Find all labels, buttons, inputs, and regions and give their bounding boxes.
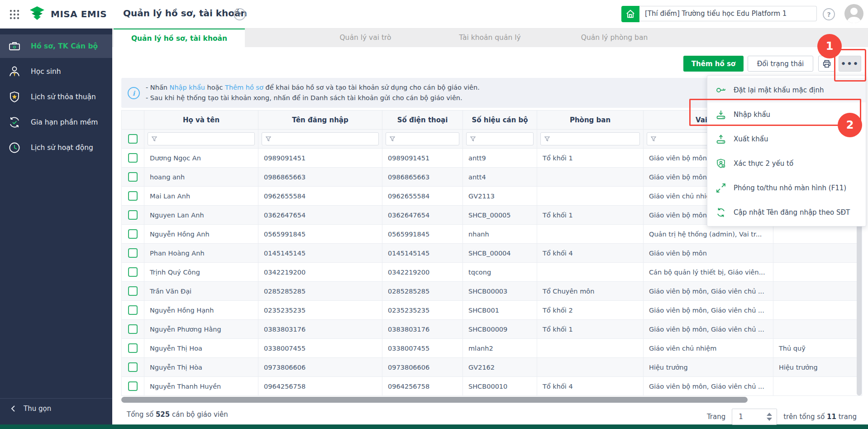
menu-item-phong-to-thu-nho[interactable]: Phóng to/thu nhỏ màn hình (F11) <box>707 176 866 200</box>
export-icon <box>715 134 726 145</box>
table-cell: SHCB_00005 <box>463 206 537 225</box>
menu-item-cap-nhat-ten-dang-nhap[interactable]: Cập nhật Tên đăng nhập theo SĐT <box>707 200 866 225</box>
row-checkbox[interactable] <box>128 362 138 372</box>
tab-quan-ly-ho-so[interactable]: Quản lý hồ sơ, tài khoản <box>114 28 245 47</box>
table-cell: Giáo viên bộ môn, Giáo viên chủ ... <box>644 377 773 396</box>
table-cell: 0962655584 <box>258 187 382 206</box>
column-header[interactable]: Số hiệu cán bộ <box>463 111 537 130</box>
row-checkbox[interactable] <box>128 343 138 353</box>
table-cell: SHCB00003 <box>463 282 537 301</box>
row-checkbox[interactable] <box>128 210 138 220</box>
column-header[interactable]: Số điện thoại <box>382 111 463 130</box>
row-checkbox[interactable] <box>128 191 138 201</box>
table-cell: nhanh <box>463 225 537 244</box>
column-filter-input[interactable] <box>262 132 379 145</box>
column-filter-input[interactable] <box>540 132 640 145</box>
table-cell: 0973806606 <box>382 358 463 377</box>
column-header[interactable]: Họ và tên <box>144 111 258 130</box>
row-checkbox[interactable] <box>128 153 138 163</box>
help-icon[interactable]: ? <box>823 8 835 20</box>
tab-quan-ly-phong-ban[interactable]: Quản lý phòng ban <box>557 28 672 47</box>
table-row[interactable]: Nguyễn Thanh Huyền09642567580964256758SH… <box>122 377 862 396</box>
table-row[interactable]: Phan Hoàng Anh01451451450145145145SHCB_0… <box>122 244 862 263</box>
table-cell: 0964256758 <box>258 377 382 396</box>
avatar[interactable] <box>844 4 863 23</box>
banner-link-them-ho-so[interactable]: Thêm hồ sơ <box>225 84 263 91</box>
column-filter-input[interactable] <box>466 132 534 145</box>
table-row[interactable]: Nguyễn Thị Hoa03380074550338007455mlanh2… <box>122 339 862 358</box>
page-stepper[interactable] <box>767 413 772 421</box>
table-cell: 0342219200 <box>258 263 382 282</box>
table-cell: 0145145145 <box>258 244 382 263</box>
column-filter-input[interactable] <box>148 132 255 145</box>
sidebar-item-lich-su-hoat-dong[interactable]: Lịch sử hoạt động <box>0 136 112 159</box>
sidebar: Hồ sơ, TK Cán bộ Học sinh Lịch sử thỏa t… <box>0 28 112 424</box>
sidebar-item-lich-su-thoa-thuan[interactable]: Lịch sử thỏa thuận <box>0 85 112 109</box>
page-number-input[interactable]: 1 <box>732 409 777 425</box>
sidebar-item-hoc-sinh[interactable]: Học sinh <box>0 60 112 83</box>
row-checkbox[interactable] <box>128 248 138 258</box>
column-header[interactable]: Tên đăng nhập <box>258 111 382 130</box>
table-row[interactable]: Nguyễn Thị Hòa09738066060973806606GV2162… <box>122 358 862 377</box>
title-help-icon[interactable]: ? <box>234 8 246 20</box>
table-cell: 0383803176 <box>258 320 382 339</box>
column-filter-input[interactable] <box>386 132 459 145</box>
select-all-checkbox[interactable] <box>128 134 138 144</box>
table-cell: Quản trị hệ thống (admin), Vai tr... <box>644 225 773 244</box>
more-actions-button[interactable]: ••• <box>839 56 861 72</box>
briefcase-icon <box>8 40 21 53</box>
sidebar-collapse-button[interactable]: Thu gọn <box>0 398 112 418</box>
info-icon: i <box>128 87 140 99</box>
menu-item-label: Xác thực 2 yếu tố <box>734 159 793 168</box>
table-row[interactable]: Nguyễn Phương Hằng03838031760383803176SH… <box>122 320 862 339</box>
misa-logo-icon <box>28 5 46 23</box>
page-total-value: 11 <box>827 413 836 421</box>
menu-item-dat-lai-mat-khau[interactable]: Đặt lại mật khẩu mặc định <box>707 78 866 102</box>
table-cell: Nguyễn Hồng Hạnh <box>144 301 258 320</box>
column-header[interactable]: Phòng ban <box>537 111 644 130</box>
row-checkbox[interactable] <box>128 229 138 239</box>
home-button[interactable] <box>621 6 639 22</box>
table-cell: 0986865663 <box>382 168 463 187</box>
menu-item-xac-thuc-2-yeu-to[interactable]: Xác thực 2 yếu tố <box>707 151 866 176</box>
school-selector[interactable]: [Thí điểm] Trường tiểu học Edu Platform … <box>639 6 817 21</box>
table-row[interactable]: Trần Văn Đại02852852850285285285SHCB0000… <box>122 282 862 301</box>
table-cell <box>537 339 644 358</box>
table-cell: Giáo viên chủ nhiệm <box>644 339 773 358</box>
change-status-button[interactable]: Đổi trạng thái <box>748 56 813 72</box>
sidebar-item-label: Gia hạn phần mềm <box>31 118 98 126</box>
spinner-down-icon[interactable] <box>767 418 772 421</box>
sidebar-item-ho-so-tk-can-bo[interactable]: Hồ sơ, TK Cán bộ <box>0 34 112 58</box>
table-cell <box>773 320 862 339</box>
row-checkbox[interactable] <box>128 305 138 315</box>
table-cell: Nguyen Lan Anh <box>144 206 258 225</box>
table-row[interactable]: Nguyễn Hồng Hạnh02352352350235235235SHCB… <box>122 301 862 320</box>
table-cell: 0565991845 <box>258 225 382 244</box>
row-checkbox[interactable] <box>128 381 138 391</box>
total-count-value: 525 <box>156 410 170 419</box>
table-cell: Nguyễn Phương Hằng <box>144 320 258 339</box>
app-grid-icon[interactable] <box>9 9 20 20</box>
table-cell: SHCB001 <box>463 301 537 320</box>
sidebar-item-gia-han-phan-mem[interactable]: Gia hạn phần mềm <box>0 111 112 134</box>
tab-quan-ly-vai-tro[interactable]: Quản lý vai trò <box>308 28 423 47</box>
tab-tai-khoan-quan-ly[interactable]: Tài khoản quản lý <box>432 28 548 47</box>
row-checkbox[interactable] <box>128 172 138 182</box>
horizontal-scrollbar[interactable] <box>121 397 748 403</box>
filter-funnel-icon <box>544 136 550 142</box>
add-record-button[interactable]: Thêm hồ sơ <box>683 56 744 72</box>
logo-text: MISA EMIS <box>51 9 107 19</box>
spinner-up-icon[interactable] <box>767 413 772 416</box>
table-cell: 0342219200 <box>382 263 463 282</box>
banner-link-nhap-khau[interactable]: Nhập khẩu <box>170 84 205 91</box>
row-checkbox[interactable] <box>128 267 138 277</box>
student-icon <box>8 65 21 78</box>
filter-funnel-icon <box>152 136 157 142</box>
row-checkbox[interactable] <box>128 286 138 296</box>
sidebar-item-label: Hồ sơ, TK Cán bộ <box>31 42 98 50</box>
row-checkbox[interactable] <box>128 324 138 334</box>
table-row[interactable]: Nguyễn Hồng Anh05659918450565991845nhanh… <box>122 225 862 244</box>
sidebar-item-label: Học sinh <box>31 67 61 76</box>
table-cell: Dương Ngọc An <box>144 149 258 168</box>
table-row[interactable]: Trịnh Quý Công03422192000342219200tqcong… <box>122 263 862 282</box>
